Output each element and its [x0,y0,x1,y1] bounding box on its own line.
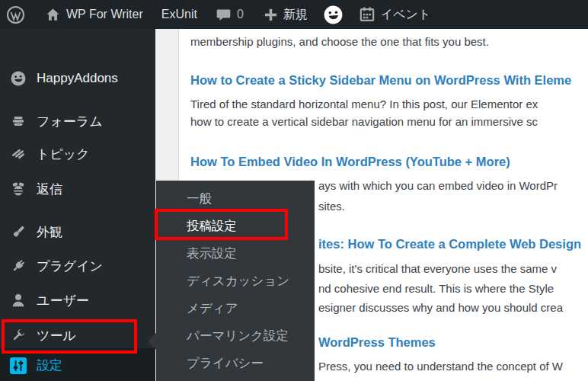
post-title-link[interactable]: How To Embed Video In WordPress (YouTube… [190,155,510,169]
wordpress-logo-icon [6,5,25,24]
sidebar-item-settings[interactable]: 設定 [0,348,155,381]
topic-icon [10,146,27,162]
submenu-item-discussion[interactable]: ディスカッション [156,267,315,294]
sidebar-item-label: トピック [37,146,90,163]
post-excerpt-line: esigner discusses why and how you should… [318,301,563,314]
sidebar-item-label: HappyAddons [37,71,118,86]
sidebar-item-label: プラグイン [37,258,103,275]
user-icon [10,292,27,309]
comments-menu[interactable]: 0 [216,7,244,23]
sidebar-item-replies[interactable]: 返信 [0,178,155,200]
site-name-menu[interactable]: WP For Writer [45,7,143,23]
new-label: 新規 [283,7,308,23]
post-excerpt-line: bsite, it's critical that everyone uses … [318,262,557,275]
post-title-link[interactable]: WordPress Themes [318,335,436,350]
submenu-item-reading[interactable]: 表示設定 [156,239,315,267]
sidebar-item-label: フォーラム [37,113,103,130]
sidebar-item-label: ツール [37,327,76,344]
submenu-item-permalinks[interactable]: パーマリンク設定 [156,322,315,349]
settings-icon [10,357,27,374]
new-content-menu[interactable]: 新規 [264,7,308,23]
sidebar-item-happyaddons[interactable]: HappyAddons [0,67,155,90]
sidebar-item-tools[interactable]: ツール [0,324,155,347]
sidebar-item-label: 返信 [37,181,62,198]
sidebar-item-label: ユーザー [37,292,89,309]
post-excerpt-line: Press, you need to understand the concep… [318,360,563,373]
comment-count: 0 [237,8,244,21]
post-excerpt-line: sites. [318,200,345,213]
post-excerpt-line: Tired of the standard horizontal menu? I… [190,98,538,110]
site-name-label: WP For Writer [66,8,143,21]
events-label: イベント [381,7,431,23]
submenu-item-privacy[interactable]: プライバシー [156,349,315,376]
calendar-icon [359,6,375,23]
post-excerpt-line: how to create a vertical sidebar navigat… [190,115,538,128]
exunit-menu[interactable]: ExUnit [161,8,197,21]
settings-submenu: 一般 投稿設定 表示設定 ディスカッション メディア パーマリンク設定 プライバ… [156,181,315,381]
sidebar-item-forums[interactable]: フォーラム [0,110,155,133]
happyaddons-icon [10,70,27,87]
admin-bar: WP For Writer ExUnit 0 新規 イベント [0,0,588,29]
wrench-icon [10,327,27,344]
flyout-pointer [148,333,156,350]
admin-sidebar: HappyAddons フォーラム トピック 返信 外観 プラグイン ユーザ [0,29,155,381]
plugin-icon [10,258,27,274]
happyaddons-smiley-icon [323,5,344,25]
home-icon [45,7,61,23]
post-excerpt-line: ays with which you can embed video in Wo… [318,179,558,192]
comment-bubble-icon [216,7,232,23]
sidebar-item-topics[interactable]: トピック [0,142,155,165]
post-title-link[interactable]: ites: How To Create a Complete Web Desig… [318,237,581,251]
happyaddons-bar-menu[interactable] [323,5,344,25]
sidebar-item-label: 設定 [37,357,62,374]
plus-icon [264,8,278,22]
events-menu[interactable]: イベント [359,6,431,23]
sidebar-item-label: 外観 [37,223,62,241]
sidebar-item-plugins[interactable]: プラグイン [0,255,155,277]
wordpress-logo[interactable] [6,5,25,24]
submenu-item-writing[interactable]: 投稿設定 [156,212,315,239]
reply-bee-icon [10,181,27,197]
post-excerpt-line: membership plugins, and choose the one t… [190,35,489,48]
forum-icon [10,113,27,130]
sidebar-item-appearance[interactable]: 外観 [0,220,155,243]
sidebar-item-users[interactable]: ユーザー [0,289,155,312]
submenu-item-general[interactable]: 一般 [156,184,315,212]
post-excerpt-line: nd cohesive end result. This is where th… [318,282,554,295]
submenu-item-media[interactable]: メディア [156,294,315,322]
exunit-label: ExUnit [161,8,197,21]
post-title-link[interactable]: How to Create a Sticky Sidebar Menu on W… [190,73,571,88]
paintbrush-icon [10,223,27,240]
